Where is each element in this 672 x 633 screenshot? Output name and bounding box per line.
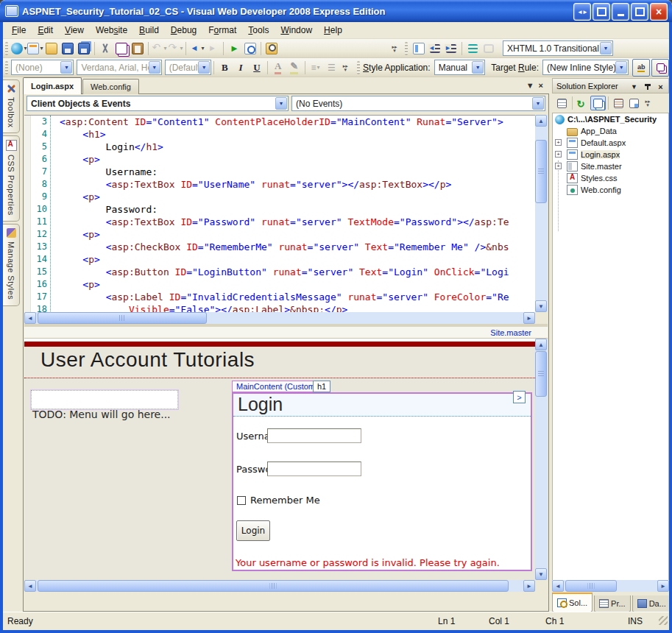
tab-list-button[interactable]: ▼: [526, 81, 534, 90]
scroll-down-button[interactable]: ▼: [535, 300, 547, 312]
code-editor[interactable]: 3<asp:Content ID="Content1" ContentPlace…: [24, 115, 535, 313]
menu-debug[interactable]: Debug: [165, 23, 202, 38]
side-tab-manage-styles[interactable]: Manage Styles: [3, 224, 20, 305]
bullet-list-button[interactable]: ☰: [323, 60, 339, 76]
underline-button[interactable]: U: [249, 60, 265, 76]
remember-me-checkbox[interactable]: [237, 496, 246, 505]
toolbar-grip[interactable]: [5, 61, 8, 74]
scroll-up-button[interactable]: ▲: [535, 339, 547, 350]
content-region-tab[interactable]: MainContent (Custom): [232, 381, 322, 392]
editor-scroll-thumb[interactable]: [535, 140, 547, 203]
add-item-button[interactable]: ▾: [27, 40, 43, 57]
object-dropdown[interactable]: Client Objects & Events▼: [26, 96, 289, 111]
toolbar-overflow-button[interactable]: ▸▸▾: [643, 99, 652, 107]
menu-website[interactable]: Website: [90, 23, 133, 38]
panel-menu-button[interactable]: ▼: [629, 81, 640, 92]
increase-indent-button[interactable]: [443, 40, 459, 57]
close-document-button[interactable]: ×: [539, 81, 543, 90]
browse-with-button[interactable]: [264, 40, 280, 57]
toolbar-grip[interactable]: [5, 42, 8, 55]
menu-window[interactable]: Window: [275, 23, 318, 38]
align-button[interactable]: ≡▾: [308, 60, 324, 76]
menu-tools[interactable]: Tools: [242, 23, 275, 38]
solution-hscroll-thumb[interactable]: [565, 580, 617, 592]
maximize-button[interactable]: [631, 3, 648, 21]
password-textbox[interactable]: [267, 462, 361, 476]
panel-tab-properties-window[interactable]: Pr...: [594, 595, 631, 612]
scroll-right-button[interactable]: ►: [523, 580, 535, 592]
scroll-left-button[interactable]: ◄: [24, 580, 36, 592]
menu-view[interactable]: View: [59, 23, 90, 38]
css-class-select[interactable]: (None)▼: [11, 60, 74, 75]
view-designer-button[interactable]: [626, 96, 642, 110]
font-color-button[interactable]: A: [270, 60, 286, 76]
tab-login-aspx[interactable]: Login.aspx: [23, 77, 82, 94]
menu-build[interactable]: Build: [133, 23, 165, 38]
panel-tab-solution-explorer[interactable]: Sol...: [552, 593, 593, 612]
format-document-button[interactable]: [411, 40, 427, 57]
style-application-select[interactable]: Manual▼: [434, 60, 486, 75]
h1-element-tab[interactable]: h1: [313, 381, 330, 392]
save-button[interactable]: [60, 40, 76, 57]
editor-horizontal-scrollbar[interactable]: ◄ ►: [24, 312, 535, 324]
design-scroll-thumb[interactable]: [535, 351, 547, 397]
menu-file[interactable]: File: [6, 23, 32, 38]
decrease-indent-button[interactable]: [427, 40, 443, 57]
menu-edit[interactable]: Edit: [32, 23, 59, 38]
toolbar-overflow-button[interactable]: ▸▸▾: [390, 45, 399, 52]
tree-root-project[interactable]: C:\...\ASPNET_Security: [553, 113, 668, 125]
close-panel-button[interactable]: ×: [655, 81, 666, 92]
target-rule-select[interactable]: (New Inline Style)▼: [542, 60, 629, 75]
paste-button[interactable]: [130, 40, 146, 57]
tab-web-config[interactable]: Web.config: [82, 79, 139, 94]
resize-grip[interactable]: [659, 616, 668, 625]
master-page-label[interactable]: Site.master: [490, 328, 531, 337]
view-code-button[interactable]: [611, 96, 626, 110]
open-button[interactable]: [43, 40, 60, 57]
tree-item-app_data[interactable]: App_Data: [553, 125, 668, 137]
design-surface[interactable]: User Account Tutorials TODO: Menu will g…: [24, 339, 535, 580]
navigate-forward-button[interactable]: [205, 40, 221, 57]
tree-item-web-config[interactable]: Web.config: [553, 184, 668, 196]
highlight-lines-button[interactable]: [464, 40, 481, 57]
anchor-button[interactable]: [481, 40, 497, 57]
scroll-right-button[interactable]: ►: [657, 580, 669, 592]
window-popout-button[interactable]: [593, 3, 610, 21]
design-vertical-scrollbar[interactable]: ▲ ▼: [535, 339, 548, 580]
scroll-up-button[interactable]: ▲: [535, 115, 547, 127]
toolbar-grip[interactable]: [405, 42, 408, 55]
solution-tree[interactable]: C:\...\ASPNET_SecurityApp_Data+Default.a…: [552, 113, 669, 581]
panel-tab-database-explorer[interactable]: Da...: [632, 595, 671, 612]
event-dropdown[interactable]: (No Events)▼: [291, 96, 545, 111]
solution-explorer-titlebar[interactable]: Solution Explorer ▼ ×: [552, 78, 669, 93]
menu-help[interactable]: Help: [318, 23, 348, 38]
editor-vertical-scrollbar[interactable]: ▲ ▼: [535, 115, 548, 312]
undo-button[interactable]: ▾: [151, 40, 167, 57]
menu-placeholder-box[interactable]: [31, 390, 178, 409]
attach-styles-button[interactable]: [651, 59, 669, 77]
title-bar[interactable]: ASPNET_Security_Tutorial_02_CS - Visual …: [0, 0, 672, 22]
editor-hscroll-thumb[interactable]: [38, 312, 207, 324]
minimize-button[interactable]: [612, 3, 629, 21]
scroll-left-button[interactable]: ◄: [552, 580, 564, 592]
toolbar-grip[interactable]: [357, 61, 360, 74]
main-content-region[interactable]: Login Username: Password: Remember Me Lo…: [232, 392, 532, 571]
side-tab-css-properties[interactable]: CSS Properties: [3, 135, 20, 222]
design-horizontal-scrollbar[interactable]: ◄ ►: [24, 580, 535, 592]
auto-hide-pin-button[interactable]: [642, 81, 653, 92]
font-family-select[interactable]: Verdana, Arial, Hel▼: [77, 60, 161, 75]
highlight-button[interactable]: ✎: [286, 60, 303, 76]
window-switch-button[interactable]: ◄►: [573, 3, 591, 21]
save-all-button[interactable]: [76, 40, 92, 57]
tree-item-styles-css[interactable]: Styles.css: [553, 172, 668, 184]
cut-button[interactable]: [97, 40, 113, 57]
properties-button[interactable]: [554, 96, 570, 110]
copy-button[interactable]: [113, 40, 130, 57]
expand-plus-icon[interactable]: +: [555, 163, 562, 169]
expand-plus-icon[interactable]: +: [555, 151, 562, 158]
italic-button[interactable]: I: [233, 60, 249, 76]
username-textbox[interactable]: [267, 428, 361, 443]
redo-button[interactable]: ▾: [167, 40, 183, 57]
scroll-left-button[interactable]: ◄: [24, 312, 36, 324]
login-button[interactable]: Login: [236, 520, 270, 541]
